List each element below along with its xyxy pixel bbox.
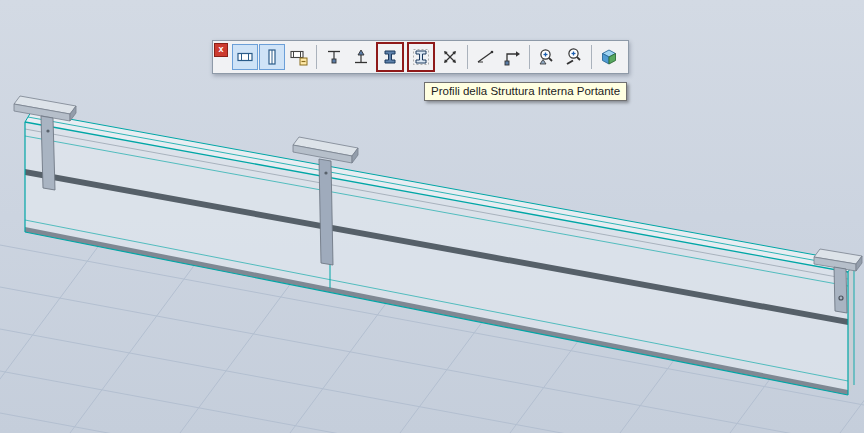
core-profile-icon[interactable]	[378, 44, 402, 70]
whole-profile-highlight-box	[407, 42, 435, 72]
whole-profile-icon[interactable]	[409, 44, 433, 70]
zoom-area-icon[interactable]	[534, 44, 560, 70]
slant-icon[interactable]	[472, 44, 498, 70]
bolt-hole-icon	[324, 171, 327, 174]
toolbar-separator	[467, 45, 468, 69]
close-button[interactable]: x	[214, 43, 228, 57]
beam-front-face	[25, 122, 848, 395]
toolbar-separator	[316, 45, 317, 69]
pet-palette-toolbar: x	[212, 40, 629, 74]
bolt-hole-icon	[46, 129, 49, 132]
toolbar-separator	[529, 45, 530, 69]
offset-edge-icon[interactable]	[499, 44, 525, 70]
beam-reference-icon[interactable]	[286, 44, 312, 70]
beam-elevation-icon[interactable]	[232, 44, 258, 70]
free-move-icon[interactable]	[437, 44, 463, 70]
zoom-line-icon[interactable]	[561, 44, 587, 70]
stretch-top-icon[interactable]	[321, 44, 347, 70]
beam-model[interactable]	[25, 112, 854, 395]
orbit-3d-icon[interactable]	[596, 44, 622, 70]
stretch-bottom-icon[interactable]	[348, 44, 374, 70]
beam-end-face	[848, 262, 854, 395]
toolbar-separator	[591, 45, 592, 69]
column-elevation-icon[interactable]	[259, 44, 285, 70]
3d-viewport[interactable]: x	[0, 0, 864, 433]
core-profile-highlight-box	[376, 42, 404, 72]
tooltip: Profili della Struttura Interna Portante	[424, 82, 627, 101]
